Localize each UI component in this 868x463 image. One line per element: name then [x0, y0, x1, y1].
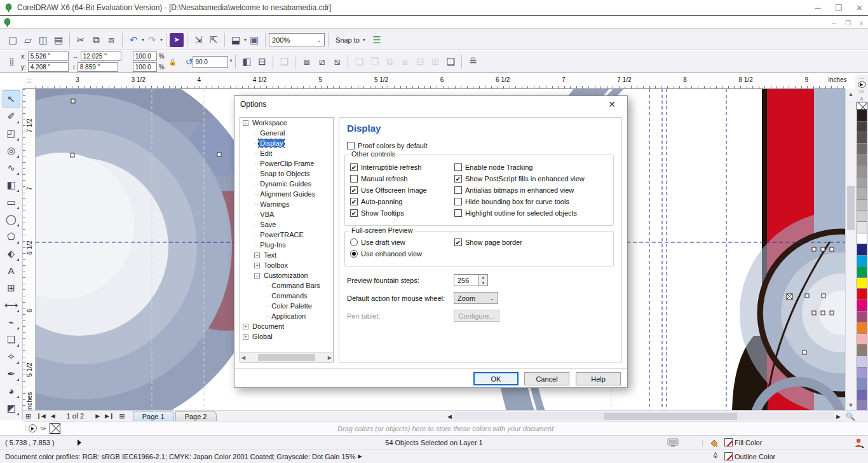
restore-button[interactable]: ❐	[834, 3, 842, 13]
color-swatch[interactable]	[857, 210, 867, 222]
add-page-icon[interactable]: ⊞	[119, 412, 125, 420]
color-proof-monitor-icon[interactable]	[667, 438, 679, 448]
scroll-left-icon[interactable]: ◀	[241, 355, 245, 361]
doc-restore-button[interactable]: ❐	[845, 20, 851, 27]
zoom-fit-icon[interactable]: 🔍	[846, 412, 855, 421]
tree-expander-icon[interactable]: +	[254, 263, 260, 268]
auto-panning-checkbox[interactable]: ✔Auto-panning	[350, 196, 427, 207]
account-icon[interactable]	[853, 438, 864, 448]
outline-pen-tool[interactable]: ✒	[3, 365, 20, 382]
cut-icon[interactable]: ✂	[73, 32, 88, 48]
color-swatch[interactable]	[857, 177, 867, 189]
help-button[interactable]: Help	[576, 372, 621, 385]
ellipse-tool[interactable]: ◯	[3, 211, 20, 228]
color-swatch[interactable]	[857, 378, 867, 390]
color-swatch[interactable]	[857, 221, 867, 233]
chevron-down-icon[interactable]: ▾	[160, 37, 163, 43]
color-swatch[interactable]	[857, 367, 867, 379]
tree-item-text[interactable]: +Text	[240, 250, 333, 260]
color-swatch[interactable]	[857, 199, 867, 211]
next-page-icon[interactable]: ▶	[95, 413, 100, 419]
use-offscreen-image-checkbox[interactable]: ✔Use Offscreen Image	[350, 184, 427, 196]
use-enhanced-view-radio[interactable]: Use enhanced view	[350, 248, 422, 259]
color-swatch[interactable]	[857, 322, 867, 334]
tree-item-plug-ins[interactable]: ·· Plug-Ins	[240, 240, 333, 250]
palette-drag-handle[interactable]: ⁞	[25, 425, 27, 432]
color-swatch[interactable]	[857, 311, 867, 323]
color-swatch[interactable]	[857, 344, 867, 356]
previous-page-icon[interactable]: ◀	[51, 413, 55, 419]
combine-icon[interactable]: ❏	[276, 54, 292, 69]
pick-tool[interactable]: ↖	[3, 90, 20, 107]
lock-powerclip-icon[interactable]: ⧅	[329, 54, 344, 69]
flyout-arrow-icon[interactable]	[78, 439, 81, 446]
show-page-border-checkbox[interactable]: ✔ Show page border	[454, 237, 522, 248]
fountain-steps-spinner[interactable]: 256 ▲▼	[454, 274, 488, 286]
weld-icon[interactable]: ❏	[351, 54, 367, 69]
scroll-left-icon[interactable]: ◀	[447, 413, 452, 420]
dialog-title-bar[interactable]: Options ✕	[234, 96, 627, 113]
doc-no-color-swatch[interactable]	[50, 423, 60, 434]
fill-color-swatch[interactable]	[724, 438, 733, 446]
color-swatch[interactable]	[857, 109, 867, 121]
eyedropper-tool[interactable]: ✧	[3, 348, 20, 365]
tree-item-global[interactable]: +Global	[240, 331, 333, 342]
tree-item-vba[interactable]: ·· VBA	[240, 209, 333, 219]
color-swatch[interactable]	[857, 121, 867, 133]
simplify-icon[interactable]: ⧆	[397, 54, 412, 69]
ruler-origin[interactable]: ⁙	[23, 73, 36, 89]
tree-scroll-thumb[interactable]	[258, 354, 315, 361]
spin-down-icon[interactable]: ▼	[479, 280, 487, 286]
hide-bounding-box-for-curve-tools-checkbox[interactable]: Hide bounding box for curve tools	[454, 196, 585, 207]
import-icon[interactable]: ⇲	[191, 32, 206, 48]
minimize-button[interactable]: ─	[815, 3, 820, 13]
color-swatch[interactable]	[857, 300, 867, 312]
doc-palette-flyout-icon[interactable]: ▶	[29, 424, 37, 432]
export-icon[interactable]: ⇱	[206, 32, 221, 48]
tree-scrollbar[interactable]: ◀▶	[240, 352, 333, 362]
palette-drag-handle[interactable]: ⋯	[859, 75, 865, 81]
tree-item-powerclip-frame[interactable]: ·· PowerClip Frame	[240, 158, 333, 169]
copy-icon[interactable]: ⧉	[88, 32, 104, 48]
tree-item-display[interactable]: ·· Display	[240, 138, 333, 148]
fill-tool[interactable]: ◕	[3, 382, 20, 399]
corel-connect-icon[interactable]: ▣	[247, 32, 262, 48]
interactive-fill-tool[interactable]: ◩	[3, 399, 20, 417]
outline-color-swatch[interactable]	[724, 452, 733, 460]
tree-expander-icon[interactable]: -	[254, 273, 260, 279]
tree-item-commands[interactable]: ·· Commands	[240, 291, 333, 301]
flyout-arrow-icon[interactable]: ▶	[358, 453, 362, 459]
save-icon[interactable]: ◫	[36, 32, 51, 48]
enable-node-tracking-checkbox[interactable]: Enable node Tracking	[454, 162, 585, 173]
tree-item-color-palette[interactable]: ·· Color Palette	[240, 301, 333, 311]
interruptible-refresh-checkbox[interactable]: ✔Interruptible refresh	[350, 162, 427, 173]
tree-item-snap-to-objects[interactable]: ·· Snap to Objects	[240, 169, 333, 179]
text-tool[interactable]: A	[3, 262, 20, 279]
mouse-wheel-dropdown[interactable]: Zoom ⌄	[454, 292, 498, 304]
tree-item-general[interactable]: ·· General	[240, 128, 333, 138]
palette-flyout-icon[interactable]: ▶	[858, 81, 866, 88]
doc-palette-eyedropper-icon[interactable]: ✑	[40, 424, 46, 433]
tree-item-edit[interactable]: ·· Edit	[240, 148, 333, 158]
vertical-ruler[interactable]: 7 1/276 1/265 1/2inches	[23, 89, 36, 410]
antialias-bitmaps-in-enhanced-view-checkbox[interactable]: Antialias bitmaps in enhanced view	[454, 184, 585, 196]
highlight-outline-for-selected-objects-checkbox[interactable]: Highlight outline for selected objects	[454, 207, 585, 219]
y-position-field[interactable]: 4.208 "	[28, 62, 69, 72]
fountain-steps-value[interactable]: 256	[454, 274, 479, 286]
color-swatch[interactable]	[857, 143, 867, 155]
color-swatch[interactable]	[857, 233, 867, 245]
object-height-field[interactable]: 8.859 "	[78, 62, 118, 72]
zoom-level-combo[interactable]: 200% ⌄	[269, 33, 325, 46]
show-tooltips-checkbox[interactable]: ✔Show Tooltips	[350, 207, 427, 219]
snap-to-dropdown[interactable]: Snap to ▾	[336, 36, 365, 44]
tree-item-save[interactable]: ·· Save	[240, 219, 333, 230]
spin-up-icon[interactable]: ▲	[479, 275, 487, 280]
tree-item-alignment-guides[interactable]: ·· Alignment Guides	[240, 189, 333, 199]
welcome-screen-icon[interactable]: ⬓	[228, 32, 243, 48]
crop-tool[interactable]: ◰	[3, 125, 20, 142]
blend-tool[interactable]: ❏	[3, 331, 20, 348]
mirror-vertical-icon[interactable]: ⊟	[254, 54, 269, 69]
no-color-swatch[interactable]	[857, 102, 867, 110]
extract-contents-icon[interactable]: ⧄	[314, 54, 329, 69]
shape-tool[interactable]: ✐	[3, 107, 20, 125]
